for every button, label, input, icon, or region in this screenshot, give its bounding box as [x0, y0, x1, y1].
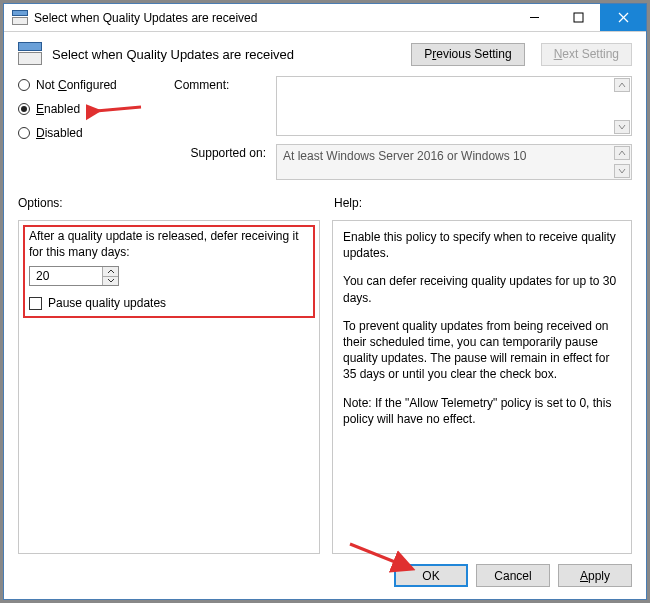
svg-rect-1 — [574, 13, 583, 22]
pause-updates-checkbox[interactable]: Pause quality updates — [29, 296, 309, 310]
minimize-button[interactable] — [512, 4, 556, 31]
scroll-up-icon[interactable] — [614, 146, 630, 160]
policy-editor-window: Select when Quality Updates are received… — [3, 3, 647, 600]
page-title: Select when Quality Updates are received — [52, 47, 294, 62]
comment-row: Comment: — [174, 76, 632, 136]
spinner-up-icon[interactable] — [102, 267, 118, 276]
checkbox-icon — [29, 297, 42, 310]
radio-icon — [18, 79, 30, 91]
radio-icon — [18, 103, 30, 115]
radio-icon — [18, 127, 30, 139]
help-label: Help: — [334, 196, 632, 210]
close-button[interactable] — [600, 4, 646, 31]
scroll-down-icon[interactable] — [614, 164, 630, 178]
cancel-button[interactable]: Cancel — [476, 564, 550, 587]
pause-updates-label: Pause quality updates — [48, 296, 166, 310]
header-row: Select when Quality Updates are received… — [4, 32, 646, 74]
not-configured-radio[interactable]: Not Configured — [18, 78, 158, 92]
options-label: Options: — [18, 196, 318, 210]
policy-icon — [12, 10, 28, 26]
window-controls — [512, 4, 646, 31]
ok-button[interactable]: OK — [394, 564, 468, 587]
policy-icon — [18, 42, 42, 66]
scroll-up-icon[interactable] — [614, 78, 630, 92]
comment-textbox[interactable] — [276, 76, 632, 136]
scroll-down-icon[interactable] — [614, 120, 630, 134]
titlebar: Select when Quality Updates are received — [4, 4, 646, 32]
spinner-down-icon[interactable] — [102, 276, 118, 286]
supported-label: Supported on: — [174, 144, 266, 160]
disabled-radio[interactable]: Disabled — [18, 126, 158, 140]
annotation-highlight: After a quality update is released, defe… — [23, 225, 315, 318]
supported-row: Supported on: At least Windows Server 20… — [174, 144, 632, 180]
help-text: Enable this policy to specify when to re… — [343, 229, 621, 261]
help-text: To prevent quality updates from being re… — [343, 318, 621, 383]
options-panel: After a quality update is released, defe… — [18, 220, 320, 554]
help-text: Note: If the "Allow Telemetry" policy is… — [343, 395, 621, 427]
supported-textbox: At least Windows Server 2016 or Windows … — [276, 144, 632, 180]
apply-button[interactable]: Apply — [558, 564, 632, 587]
panels: After a quality update is released, defe… — [4, 216, 646, 554]
help-text: You can defer receiving quality updates … — [343, 273, 621, 305]
enabled-radio[interactable]: Enabled — [18, 102, 158, 116]
footer: OK Cancel Apply — [4, 554, 646, 599]
defer-days-value[interactable]: 20 — [30, 267, 102, 285]
comment-label: Comment: — [174, 76, 266, 92]
previous-setting-button[interactable]: Previous Setting — [411, 43, 524, 66]
help-panel: Enable this policy to specify when to re… — [332, 220, 632, 554]
right-fields: Comment: Supported on: At least Windows … — [174, 76, 632, 180]
defer-days-spinner[interactable]: 20 — [29, 266, 119, 286]
config-row: Not Configured Enabled Disabled Comment: — [4, 74, 646, 182]
section-labels: Options: Help: — [4, 182, 646, 216]
maximize-button[interactable] — [556, 4, 600, 31]
next-setting-button: Next Setting — [541, 43, 632, 66]
defer-days-label: After a quality update is released, defe… — [29, 229, 309, 260]
window-title: Select when Quality Updates are received — [34, 11, 512, 25]
state-radio-group: Not Configured Enabled Disabled — [18, 76, 158, 180]
